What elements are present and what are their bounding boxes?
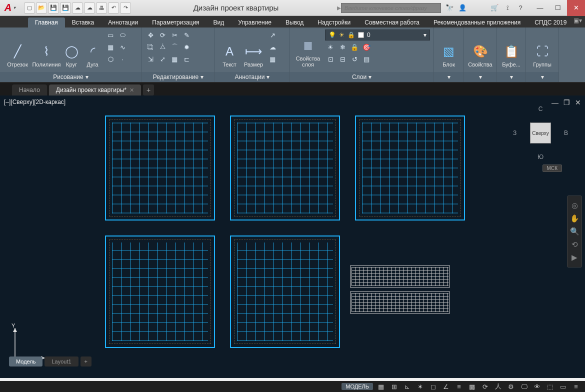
ribbon-collapse-icon[interactable]: ▣▾ [574, 17, 582, 24]
cycling-icon[interactable]: ⟳ [480, 382, 490, 391]
filetab-document[interactable]: Дизайн проект квартиры*✕ [49, 84, 141, 96]
binoculars-icon[interactable]: 🔭 [445, 4, 454, 12]
fillet-icon[interactable]: ⌒ [169, 42, 180, 52]
layout-tab-layout1[interactable]: Layout1 [44, 356, 78, 366]
help-search-input[interactable] [341, 3, 441, 13]
floor-plan-2[interactable] [230, 116, 340, 220]
layer-states-icon[interactable]: ▤ [361, 54, 372, 64]
move-icon[interactable]: ✥ [145, 30, 156, 40]
polar-icon[interactable]: ✶ [415, 382, 425, 391]
vp-close-icon[interactable]: ✕ [575, 98, 581, 106]
layer-prev-icon[interactable]: ↺ [349, 54, 360, 64]
point-icon[interactable]: · [117, 54, 128, 64]
trim-icon[interactable]: ✂ [169, 30, 180, 40]
new-tab-button[interactable]: + [143, 84, 154, 96]
saveas-icon[interactable]: 💾 [60, 2, 71, 14]
layer-off-icon[interactable]: ☀ [325, 42, 336, 52]
clipboard-button[interactable]: 📋Буфе... [500, 30, 522, 68]
array-icon[interactable]: ▦ [169, 54, 180, 64]
viewcube[interactable]: С Ю З В Сверху [513, 106, 568, 160]
line-button[interactable]: ╱Отрезок [3, 30, 32, 68]
layer-props-button[interactable]: ≣Свойства слоя [293, 30, 323, 68]
layout-tab-model[interactable]: Модель [9, 356, 42, 366]
status-mode[interactable]: МОДЕЛЬ [342, 383, 373, 390]
snap-icon[interactable]: ⊞ [389, 382, 399, 391]
viewcube-west[interactable]: З [513, 130, 516, 136]
close-button[interactable]: ✕ [567, 0, 585, 16]
floor-plan-1[interactable] [105, 116, 215, 220]
cloud-save-icon[interactable]: ☁ [84, 2, 95, 14]
layer-uniso-icon[interactable]: ⊟ [337, 54, 348, 64]
monitor-icon[interactable]: 🖵 [519, 382, 529, 391]
hardware-icon[interactable]: ⬚ [545, 382, 555, 391]
rotate-icon[interactable]: ⟳ [157, 30, 168, 40]
ortho-icon[interactable]: ⊾ [402, 382, 412, 391]
tab-annotate[interactable]: Аннотации [101, 18, 145, 28]
viewcube-north[interactable]: С [538, 106, 543, 112]
pan-icon[interactable]: ✋ [570, 214, 580, 223]
drawing-area[interactable]: [–][Сверху][2D-каркас] ― ❐ ✕ X Y С Ю З В… [0, 96, 585, 378]
tab-addins[interactable]: Надстройки [310, 18, 358, 28]
layer-lock-icon[interactable]: 🔒 [349, 42, 360, 52]
zoom-icon[interactable]: 🔍 [570, 227, 580, 236]
redo-icon[interactable]: ↷ [120, 2, 131, 14]
table-icon[interactable]: ▦ [267, 54, 278, 64]
tab-spds[interactable]: СПДС 2019 [528, 18, 574, 28]
close-tab-icon[interactable]: ✕ [130, 87, 134, 94]
osnap-icon[interactable]: ◻ [428, 382, 438, 391]
transparency-icon[interactable]: ▩ [467, 382, 477, 391]
cloud-icon[interactable]: ☁ [267, 42, 278, 52]
cleanscreen-icon[interactable]: ▭ [558, 382, 568, 391]
tab-output[interactable]: Вывод [278, 18, 310, 28]
explode-icon[interactable]: ✹ [181, 42, 192, 52]
save-icon[interactable]: 💾 [48, 2, 59, 14]
layer-iso-icon[interactable]: ⊡ [325, 54, 336, 64]
erase-icon[interactable]: ✎ [181, 30, 192, 40]
panel-annotation-title[interactable]: Аннотации▾ [215, 72, 290, 82]
dimension-button[interactable]: ⟼Размер [241, 30, 266, 68]
a360-icon[interactable]: ⟟ [503, 4, 512, 12]
maximize-button[interactable]: ☐ [549, 0, 567, 16]
rect-icon[interactable]: ▭ [105, 30, 116, 40]
text-button[interactable]: AТекст [218, 30, 241, 68]
panel-properties-title[interactable]: ▾ [464, 72, 496, 82]
showmotion-icon[interactable]: ▶ [572, 253, 578, 262]
layer-freeze-icon[interactable]: ❄ [337, 42, 348, 52]
open-icon[interactable]: 📂 [36, 2, 47, 14]
annoscale-icon[interactable]: 人 [493, 382, 503, 391]
filetab-start[interactable]: Начало [12, 84, 47, 96]
elevation-1[interactable] [350, 266, 450, 288]
viewcube-east[interactable]: В [564, 130, 568, 136]
scale-icon[interactable]: ⤢ [157, 54, 168, 64]
workspace-icon[interactable]: ⚙ [506, 382, 516, 391]
arc-button[interactable]: ◜Дуга [82, 30, 103, 68]
new-icon[interactable]: ▢ [24, 2, 35, 14]
tab-featured[interactable]: Рекомендованные приложения [426, 18, 528, 28]
isolate-icon[interactable]: 👁 [532, 382, 542, 391]
stretch-icon[interactable]: ⇲ [145, 54, 156, 64]
floor-plan-3[interactable] [355, 116, 465, 220]
lineweight-icon[interactable]: ≡ [454, 382, 464, 391]
copy-icon[interactable]: ⿻ [145, 42, 156, 52]
layout-tab-add[interactable]: + [80, 356, 92, 366]
help-icon[interactable]: ? [516, 4, 525, 12]
tab-parametric[interactable]: Параметризация [145, 18, 206, 28]
viewport-label[interactable]: [–][Сверху][2D-каркас] [4, 98, 66, 106]
viewcube-south[interactable]: Ю [538, 154, 544, 160]
tab-collab[interactable]: Совместная работа [358, 18, 426, 28]
wcs-badge[interactable]: МСК [542, 164, 562, 172]
layer-match-icon[interactable]: 🎯 [361, 42, 372, 52]
properties-button[interactable]: 🎨Свойства [467, 30, 494, 68]
mirror-icon[interactable]: ⧊ [157, 42, 168, 52]
panel-clipboard-title[interactable]: ▾ [497, 72, 526, 82]
undo-icon[interactable]: ↶ [108, 2, 119, 14]
wheel-icon[interactable]: ◎ [572, 201, 578, 210]
panel-modify-title[interactable]: Редактирование▾ [142, 72, 214, 82]
tab-home[interactable]: Главная [28, 18, 65, 28]
floor-plan-5[interactable] [230, 236, 340, 348]
minimize-button[interactable]: ― [531, 0, 549, 16]
groups-button[interactable]: ⛶Группы [529, 30, 556, 68]
offset-icon[interactable]: ⊏ [181, 54, 192, 64]
cloud-open-icon[interactable]: ☁ [72, 2, 83, 14]
tab-insert[interactable]: Вставка [65, 18, 102, 28]
